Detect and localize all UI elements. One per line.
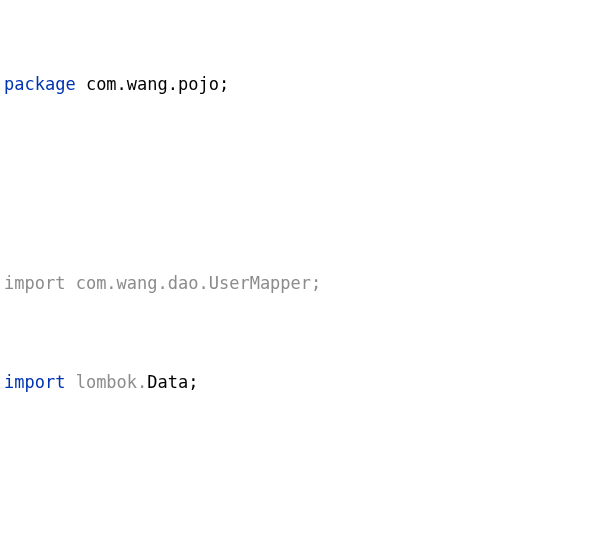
import-path-dim: lombok. (65, 372, 147, 392)
semicolon: ; (219, 74, 229, 94)
code-line[interactable]: import lombok.Data; (2, 366, 605, 399)
semicolon: ; (188, 372, 198, 392)
semicolon: ; (311, 273, 321, 293)
code-line-blank[interactable] (2, 465, 605, 498)
package-path: com.wang.pojo (76, 74, 219, 94)
keyword-import: import (4, 372, 65, 392)
import-path-dim: com.wang.dao.UserMapper (65, 273, 311, 293)
import-class: Data (147, 372, 188, 392)
code-line[interactable]: import com.wang.dao.UserMapper; (2, 267, 605, 300)
code-line[interactable]: package com.wang.pojo; (2, 68, 605, 101)
keyword-package: package (4, 74, 76, 94)
code-editor[interactable]: package com.wang.pojo; import com.wang.d… (0, 0, 605, 551)
code-line-blank[interactable] (2, 168, 605, 201)
keyword-import-dim: import (4, 273, 65, 293)
